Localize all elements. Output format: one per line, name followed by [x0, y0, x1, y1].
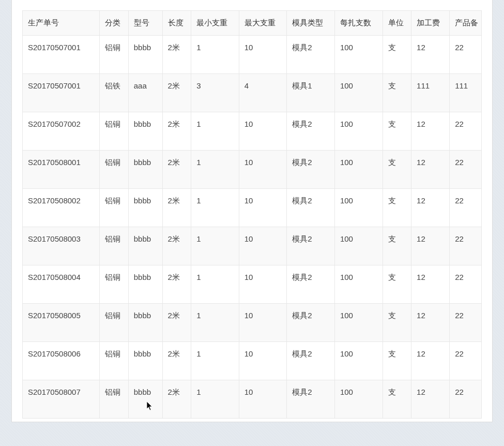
table-row[interactable]: S20170508002铝铜bbbb2米110模具2100支1222 [23, 189, 482, 227]
table-row[interactable]: S20170508004铝铜bbbb2米110模具2100支1222 [23, 265, 482, 304]
table-cell: 支 [383, 227, 411, 265]
table-cell: 100 [334, 189, 383, 227]
col-product-note[interactable]: 产品备 [450, 11, 482, 36]
table-cell: 1 [191, 151, 239, 189]
table-cell: bbbb [128, 36, 162, 74]
table-cell: 1 [191, 189, 239, 227]
table-cell: 100 [334, 265, 383, 304]
table-cell: S20170507001 [23, 36, 100, 74]
table-row[interactable]: S20170507001铝铁aaa2米34模具1100支111111 [23, 74, 482, 112]
table-cell: 22 [450, 189, 482, 227]
table-cell: 模具2 [287, 342, 335, 380]
table-cell: 12 [411, 265, 450, 304]
table-cell: 铝铜 [100, 380, 129, 419]
table-cell: 1 [191, 380, 239, 419]
table-header-row: 生产单号 分类 型号 长度 最小支重 最大支重 模具类型 每扎支数 单位 加工费… [23, 11, 482, 36]
table-cell: 12 [411, 151, 450, 189]
table-cell: 100 [334, 227, 383, 265]
table-row[interactable]: S20170508003铝铜bbbb2米110模具2100支1222 [23, 227, 482, 265]
table-cell: 支 [383, 74, 411, 112]
table-cell: 4 [239, 74, 287, 112]
table-cell: 2米 [162, 74, 191, 112]
col-process-fee[interactable]: 加工费 [411, 11, 450, 36]
table-row[interactable]: S20170507001铝铜bbbb2米110模具2100支1222 [23, 36, 482, 74]
table-cell: 模具2 [287, 151, 335, 189]
table-cell: 铝铜 [100, 265, 129, 304]
table-cell: 支 [383, 112, 411, 151]
table-cell: 2米 [162, 265, 191, 304]
table-cell: 100 [334, 304, 383, 342]
col-mold-type[interactable]: 模具类型 [287, 11, 335, 36]
table-cell: 2米 [162, 151, 191, 189]
table-cell: 10 [239, 380, 287, 419]
table-cell: 22 [450, 265, 482, 304]
table-cell: 22 [450, 227, 482, 265]
table-cell: 10 [239, 189, 287, 227]
production-table: 生产单号 分类 型号 长度 最小支重 最大支重 模具类型 每扎支数 单位 加工费… [22, 10, 482, 419]
table-cell: 100 [334, 342, 383, 380]
table-row[interactable]: S20170508001铝铜bbbb2米110模具2100支1222 [23, 151, 482, 189]
col-category[interactable]: 分类 [100, 11, 129, 36]
col-min-weight[interactable]: 最小支重 [191, 11, 239, 36]
table-cell: 111 [450, 74, 482, 112]
col-length[interactable]: 长度 [162, 11, 191, 36]
table-cell: S20170507002 [23, 112, 100, 151]
table-row[interactable]: S20170508007铝铜bbbb2米110模具2100支1222 [23, 380, 482, 419]
table-cell: bbbb [128, 189, 162, 227]
table-cell: 铝铜 [100, 112, 129, 151]
table-cell: 12 [411, 227, 450, 265]
table-cell: bbbb [128, 112, 162, 151]
table-cell: 3 [191, 74, 239, 112]
table-cell: 支 [383, 36, 411, 74]
table-cell: 2米 [162, 112, 191, 151]
table-cell: 12 [411, 189, 450, 227]
table-cell: S20170508006 [23, 342, 100, 380]
content-panel: 生产单号 分类 型号 长度 最小支重 最大支重 模具类型 每扎支数 单位 加工费… [11, 0, 493, 422]
col-production-id[interactable]: 生产单号 [23, 11, 100, 36]
table-cell: S20170508004 [23, 265, 100, 304]
table-cell: 100 [334, 74, 383, 112]
table-cell: bbbb [128, 227, 162, 265]
table-cell: S20170508007 [23, 380, 100, 419]
table-cell: 模具1 [287, 74, 335, 112]
table-cell: 铝铜 [100, 189, 129, 227]
table-cell: 12 [411, 112, 450, 151]
table-cell: 10 [239, 304, 287, 342]
col-bundle-count[interactable]: 每扎支数 [334, 11, 383, 36]
table-cell: S20170508005 [23, 304, 100, 342]
table-cell: S20170507001 [23, 74, 100, 112]
table-cell: 2米 [162, 189, 191, 227]
table-cell: 100 [334, 380, 383, 419]
table-row[interactable]: S20170507002铝铜bbbb2米110模具2100支1222 [23, 112, 482, 151]
table-cell: 10 [239, 112, 287, 151]
col-model[interactable]: 型号 [128, 11, 162, 36]
table-cell: 模具2 [287, 380, 335, 419]
table-cell: bbbb [128, 380, 162, 419]
col-max-weight[interactable]: 最大支重 [239, 11, 287, 36]
table-row[interactable]: S20170508005铝铜bbbb2米110模具2100支1222 [23, 304, 482, 342]
table-cell: 22 [450, 151, 482, 189]
table-cell: 100 [334, 36, 383, 74]
table-cell: bbbb [128, 151, 162, 189]
table-cell: 12 [411, 342, 450, 380]
table-cell: 12 [411, 36, 450, 74]
table-cell: 1 [191, 342, 239, 380]
table-cell: 1 [191, 227, 239, 265]
table-cell: 支 [383, 189, 411, 227]
table-scroll-container[interactable]: 生产单号 分类 型号 长度 最小支重 最大支重 模具类型 每扎支数 单位 加工费… [22, 10, 482, 419]
table-cell: bbbb [128, 304, 162, 342]
table-cell: 100 [334, 151, 383, 189]
table-row[interactable]: S20170508006铝铜bbbb2米110模具2100支1222 [23, 342, 482, 380]
table-cell: 2米 [162, 227, 191, 265]
table-cell: 支 [383, 342, 411, 380]
col-unit[interactable]: 单位 [383, 11, 411, 36]
table-cell: 10 [239, 265, 287, 304]
table-cell: 12 [411, 304, 450, 342]
table-cell: bbbb [128, 342, 162, 380]
table-cell: 22 [450, 36, 482, 74]
table-cell: 22 [450, 380, 482, 419]
table-cell: 2米 [162, 342, 191, 380]
table-cell: S20170508001 [23, 151, 100, 189]
table-cell: aaa [128, 74, 162, 112]
table-cell: 铝铜 [100, 227, 129, 265]
